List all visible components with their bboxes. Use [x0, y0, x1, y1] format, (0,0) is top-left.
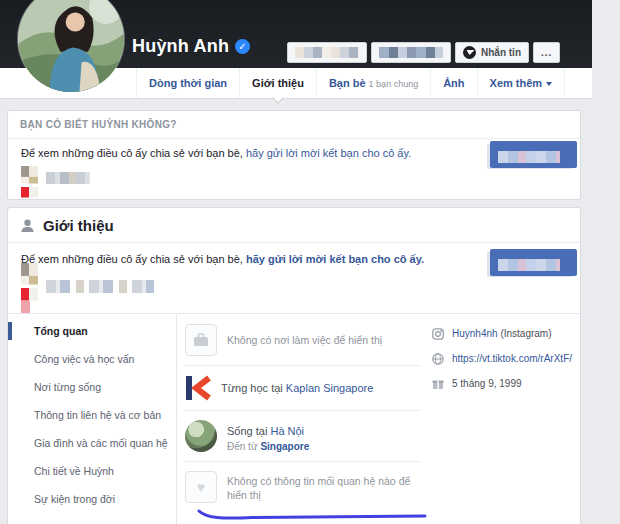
profile-action-buttons: Nhắn tin ... — [287, 42, 560, 63]
lives-city-link[interactable]: Hà Nội — [270, 425, 304, 437]
about-card: Giới thiệu Để xem những điều cô ấy chia … — [7, 207, 581, 524]
education-school-link[interactable]: Kaplan Singapore — [286, 382, 373, 394]
about-nav-family[interactable]: Gia đình và các mối quan hệ — [8, 429, 176, 457]
tab-photos[interactable]: Ảnh — [431, 68, 477, 98]
education-prefix: Từng học tại — [221, 382, 283, 394]
redacted-text — [46, 280, 154, 293]
label: Sự kiện trong đời — [34, 493, 115, 505]
send-friend-request-link[interactable]: hãy gửi lời mời kết bạn cho cô ấy. — [246, 253, 424, 265]
about-intro-text-plain: Để xem những điều cô ấy chia sẻ với bạn … — [21, 253, 243, 265]
about-card-title: Giới thiệu — [43, 217, 114, 234]
work-empty-text: Không có nơi làm việc để hiển thị — [227, 333, 382, 347]
hanoi-photo-thumbnail[interactable] — [185, 420, 217, 452]
redacted-avatar — [21, 263, 38, 301]
about-card-intro: Để xem những điều cô ấy chia sẻ với bạn … — [8, 243, 580, 314]
active-nav-indicator — [8, 322, 12, 340]
contact-column: Huynh4nh (Instagram) https://vt.tiktok.c… — [421, 313, 580, 524]
user-silhouette-icon — [20, 218, 35, 233]
redacted-pixels — [379, 47, 443, 58]
message-button-label: Nhắn tin — [481, 47, 521, 58]
redacted-text — [46, 172, 90, 184]
about-nav-places[interactable]: Nơi từng sống — [8, 373, 176, 401]
tiktok-link[interactable]: https://vt.tiktok.com/rArXtF/ — [452, 353, 572, 364]
tab-photos-label: Ảnh — [443, 77, 464, 89]
label: Gia đình và các mối quan hệ — [34, 437, 168, 449]
know-card: BẠN CÓ BIẾT HUỲNH KHÔNG? Để xem những đi… — [7, 110, 581, 200]
tab-about[interactable]: Giới thiệu — [240, 68, 317, 98]
about-nav: Tổng quan Công việc và học vấn Nơi từng … — [8, 313, 177, 524]
about-nav-overview[interactable]: Tổng quan — [8, 317, 176, 345]
about-nav-overview-label: Tổng quan — [34, 325, 88, 337]
more-actions-button[interactable]: ... — [533, 42, 560, 63]
redacted-blue-button[interactable] — [490, 141, 577, 168]
lives-prefix: Sống tại — [227, 425, 267, 437]
places-row: Sống tại Hà Nội Đến từ Singapore — [183, 411, 421, 462]
tab-more-label: Xem thêm — [490, 77, 543, 89]
know-card-text-plain: Để xem những điều cô ấy chia sẻ với bạn … — [21, 147, 243, 159]
verified-badge-icon: ✓ — [235, 39, 250, 54]
profile-name: Huỳnh Anh ✓ — [132, 36, 250, 57]
overview-column: Không có nơi làm việc để hiển thị Từng h… — [177, 313, 421, 524]
tab-timeline[interactable]: Dòng thời gian — [136, 68, 240, 98]
kaplan-logo-icon — [185, 375, 211, 401]
about-card-header: Giới thiệu — [8, 208, 580, 243]
label: Thông tin liên hệ và cơ bản — [34, 409, 161, 421]
know-card-text: Để xem những điều cô ấy chia sẻ với bạn … — [21, 147, 411, 159]
lives-in-line: Sống tại Hà Nội — [227, 425, 304, 437]
about-nav-work-education[interactable]: Công việc và học vấn — [8, 345, 176, 373]
website-row: https://vt.tiktok.com/rArXtF/ — [431, 352, 580, 365]
send-friend-request-link[interactable]: hãy gửi lời mời kết bạn cho cô ấy. — [246, 147, 411, 159]
active-tab-pointer — [272, 92, 283, 103]
heart-icon: ♥ — [185, 471, 217, 503]
tab-friends[interactable]: Bạn bè1 bạn chung — [317, 68, 431, 98]
education-row: Từng học tại Kaplan Singapore — [183, 366, 421, 411]
redacted-blue-button[interactable] — [490, 249, 577, 276]
mutual-friends-count: 1 bạn chung — [369, 79, 419, 89]
from-prefix: Đến từ — [227, 441, 258, 452]
briefcase-icon — [185, 324, 217, 356]
tab-about-label: Giới thiệu — [252, 77, 304, 89]
globe-icon — [431, 352, 444, 365]
ellipsis-icon: ... — [541, 47, 552, 58]
messenger-icon — [463, 46, 476, 59]
about-intro-text: Để xem những điều cô ấy chia sẻ với bạn … — [21, 253, 424, 265]
instagram-text: Huynh4nh (Instagram) — [452, 328, 552, 339]
know-card-title: BẠN CÓ BIẾT HUỲNH KHÔNG? — [8, 111, 580, 139]
heart-glyph: ♥ — [197, 480, 205, 494]
gift-icon — [431, 377, 444, 390]
redacted-pixels — [295, 47, 359, 58]
relationship-empty-text: Không có thông tin mối quan hệ nào để hi… — [227, 474, 413, 502]
about-nav-details[interactable]: Chi tiết về Huỳnh — [8, 457, 176, 485]
relationship-row: ♥ Không có thông tin mối quan hệ nào để … — [183, 462, 421, 512]
know-card-body: Để xem những điều cô ấy chia sẻ với bạn … — [8, 139, 580, 199]
education-text: Từng học tại Kaplan Singapore — [221, 382, 373, 394]
redacted-action-button-2[interactable] — [371, 42, 451, 63]
about-columns: Tổng quan Công việc và học vấn Nơi từng … — [8, 313, 580, 524]
work-row: Không có nơi làm việc để hiển thị — [183, 315, 421, 366]
label: Chi tiết về Huỳnh — [34, 465, 114, 477]
about-nav-life-events[interactable]: Sự kiện trong đời — [8, 485, 176, 513]
profile-name-text: Huỳnh Anh — [132, 36, 229, 57]
chevron-down-icon — [546, 82, 552, 86]
instagram-row: Huynh4nh (Instagram) — [431, 327, 580, 340]
facebook-profile-page: Huỳnh Anh ✓ Nhắn tin ... Dòng thời gian … — [0, 0, 620, 524]
places-text: Sống tại Hà Nội Đến từ Singapore — [227, 421, 309, 452]
instagram-label: (Instagram) — [500, 328, 551, 339]
redacted-action-button-1[interactable] — [287, 42, 367, 63]
profile-tabs: Dòng thời gian Giới thiệu Bạn bè1 bạn ch… — [136, 68, 592, 98]
birthday-text: 5 tháng 9, 1999 — [452, 378, 522, 389]
birthday-row: 5 tháng 9, 1999 — [431, 377, 580, 390]
redacted-avatar — [21, 166, 38, 198]
tab-friends-label: Bạn bè — [329, 77, 366, 89]
from-line: Đến từ Singapore — [227, 441, 309, 452]
tab-timeline-label: Dòng thời gian — [149, 77, 227, 89]
instagram-icon — [431, 327, 444, 340]
message-button[interactable]: Nhắn tin — [455, 42, 529, 63]
from-place-link[interactable]: Singapore — [260, 441, 309, 452]
instagram-handle-link[interactable]: Huynh4nh — [452, 328, 498, 339]
about-nav-contact-basic[interactable]: Thông tin liên hệ và cơ bản — [8, 401, 176, 429]
tab-more[interactable]: Xem thêm — [478, 68, 566, 98]
label: Công việc và học vấn — [34, 353, 134, 365]
label: Nơi từng sống — [34, 381, 101, 393]
